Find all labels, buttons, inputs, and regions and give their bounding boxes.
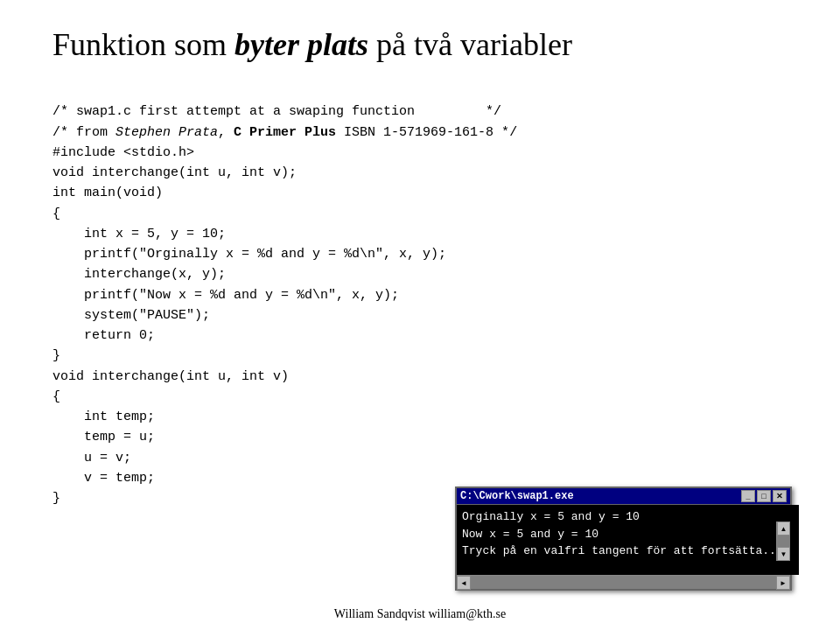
scroll-right-button[interactable]: ►	[776, 576, 790, 590]
title-italic: byter plats	[234, 27, 368, 62]
code-line-12: return 0;	[52, 328, 155, 343]
code-line-7: int x = 5, y = 10;	[52, 227, 226, 242]
hscroll-track	[471, 576, 776, 589]
code-line-11: system("PAUSE");	[52, 308, 210, 323]
footer-text: William Sandqvist william@kth.se	[334, 607, 506, 620]
code-line-2-pre: /* from	[52, 125, 116, 140]
scrollbar-right[interactable]: ▲ ▼	[776, 522, 790, 561]
code-line-17: temp = u;	[52, 430, 155, 444]
terminal-hscrollbar: ◄ ►	[457, 575, 790, 589]
code-line-10: printf("Now x = %d and y = %d\n", x, y);	[52, 288, 399, 303]
code-line-5: int main(void)	[52, 186, 163, 200]
terminal-line-2: Now x = 5 and y = 10	[462, 526, 783, 543]
minimize-button[interactable]: _	[741, 490, 755, 502]
code-line-3: #include <stdio.h>	[52, 145, 194, 160]
code-line-1: /* swap1.c first attempt at a swaping fu…	[52, 104, 501, 119]
code-line-16: int temp;	[52, 410, 155, 424]
terminal-window: C:\Cwork\swap1.exe _ □ ✕ Orginally x = 5…	[455, 486, 792, 591]
title-prefix: Funktion som	[52, 27, 234, 62]
code-line-6: {	[52, 206, 60, 221]
code-line-15: {	[52, 389, 60, 404]
code-line-9: interchange(x, y);	[52, 267, 226, 282]
terminal-titlebar: C:\Cwork\swap1.exe _ □ ✕	[457, 488, 790, 505]
scroll-down-button[interactable]: ▼	[777, 547, 790, 561]
terminal-body: Orginally x = 5 and y = 10 Now x = 5 and…	[457, 505, 799, 575]
code-line-2-post: , C Primer Plus ISBN 1-571969-161-8 */	[218, 125, 517, 140]
terminal-title: C:\Cwork\swap1.exe	[460, 490, 574, 502]
terminal-line-3: Tryck på en valfri tangent för att forts…	[462, 542, 783, 560]
scroll-up-button[interactable]: ▲	[777, 522, 790, 536]
title-suffix: på två variabler	[368, 27, 572, 62]
terminal-body-wrapper: Orginally x = 5 and y = 10 Now x = 5 and…	[457, 505, 790, 575]
code-line-8: printf("Orginally x = %d and y = %d\n", …	[52, 247, 446, 262]
footer: William Sandqvist william@kth.se	[0, 607, 840, 621]
terminal-buttons: _ □ ✕	[741, 490, 787, 502]
code-line-14: void interchange(int u, int v)	[52, 369, 289, 384]
code-line-19: v = temp;	[52, 471, 155, 486]
code-line-18: u = v;	[52, 451, 131, 466]
code-line-4: void interchange(int u, int v);	[52, 165, 297, 180]
scroll-track	[777, 536, 790, 547]
page: Funktion som byter plats på två variable…	[0, 0, 840, 630]
terminal-line-1: Orginally x = 5 and y = 10	[462, 508, 783, 526]
maximize-button[interactable]: □	[757, 490, 771, 502]
code-author-italic: Stephen Prata	[116, 125, 218, 140]
code-line-13: }	[52, 348, 60, 363]
code-line-20: }	[52, 491, 60, 506]
scroll-left-button[interactable]: ◄	[457, 576, 471, 590]
code-block: /* swap1.c first attempt at a swaping fu…	[52, 81, 788, 529]
slide-title: Funktion som byter plats på två variable…	[52, 26, 788, 64]
close-button[interactable]: ✕	[773, 490, 787, 502]
